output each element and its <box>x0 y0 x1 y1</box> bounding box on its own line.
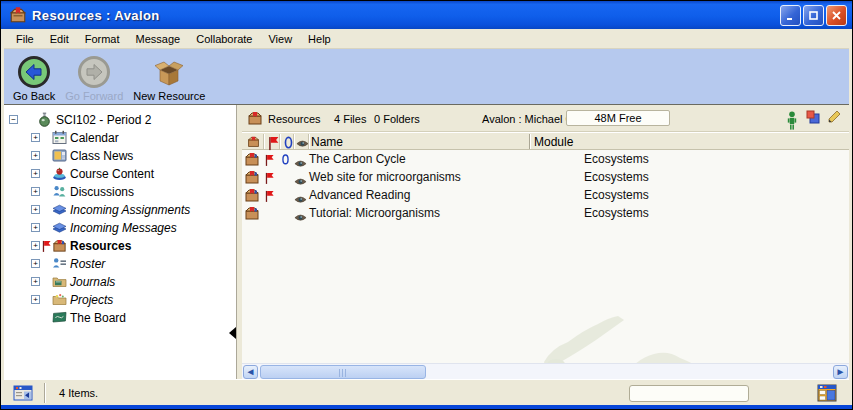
package-icon <box>247 110 263 126</box>
menu-help[interactable]: Help <box>300 31 339 47</box>
paperclip-icon <box>280 152 291 166</box>
eye-icon[interactable] <box>294 172 307 182</box>
tree-item-label[interactable]: SCI102 - Period 2 <box>56 113 151 127</box>
tree-item-calendar[interactable]: +Calendar <box>4 129 236 147</box>
file-row[interactable]: Web site for microorganismsEcosystems <box>242 168 849 186</box>
menu-view[interactable]: View <box>260 31 300 47</box>
tool-label: New Resource <box>133 90 205 102</box>
tree-item-label[interactable]: Roster <box>70 257 105 271</box>
package-icon <box>244 151 260 167</box>
tree-item-projects[interactable]: +Projects <box>4 291 236 309</box>
tree-item-label[interactable]: Projects <box>70 293 113 307</box>
panel-toggle-icon[interactable] <box>13 385 33 401</box>
tree-item-label[interactable]: Journals <box>70 275 115 289</box>
file-name[interactable]: Tutorial: Microorganisms <box>309 206 440 220</box>
minimize-button[interactable] <box>780 5 801 26</box>
package-column-icon[interactable] <box>247 135 260 148</box>
tree-item-sci102-period-2[interactable]: −SCI102 - Period 2 <box>4 111 236 129</box>
name-column-header[interactable]: Name <box>311 135 343 149</box>
tree-item-the-board[interactable]: The Board <box>4 309 236 327</box>
go-back-button[interactable]: Go Back <box>8 53 60 104</box>
go-forward-button[interactable]: Go Forward <box>60 53 128 104</box>
expand-icon[interactable]: + <box>31 205 40 214</box>
title-bar[interactable]: Resources : Avalon <box>1 1 852 29</box>
eye-icon[interactable] <box>294 208 307 218</box>
file-row[interactable]: Tutorial: MicroorganismsEcosystems <box>242 204 849 222</box>
tree-item-label[interactable]: Incoming Assignments <box>70 203 190 217</box>
collapse-icon[interactable]: − <box>9 115 18 124</box>
status-message-box <box>629 385 749 402</box>
scroll-right-icon[interactable]: ► <box>833 365 848 379</box>
resources-panel: Resources 4 Files 0 Folders Avalon : Mic… <box>242 105 849 379</box>
expand-icon[interactable]: + <box>31 277 40 286</box>
tree-item-label[interactable]: Class News <box>70 149 133 163</box>
expand-icon[interactable]: + <box>31 241 40 250</box>
module-column-header[interactable]: Module <box>534 135 573 149</box>
file-module: Ecosystems <box>584 206 649 220</box>
expand-icon[interactable]: + <box>31 133 40 142</box>
person-icon[interactable] <box>785 110 799 125</box>
menu-edit[interactable]: Edit <box>42 31 77 47</box>
layout-grid-icon[interactable] <box>817 384 837 402</box>
tree-item-label[interactable]: Calendar <box>70 131 119 145</box>
tree-item-label[interactable]: Incoming Messages <box>70 221 177 235</box>
flask-icon <box>37 112 52 127</box>
maximize-button[interactable] <box>803 5 824 26</box>
tree-item-class-news[interactable]: +Class News <box>4 147 236 165</box>
tree-item-journals[interactable]: +Journals <box>4 273 236 291</box>
file-row[interactable]: Advanced ReadingEcosystems <box>242 186 849 204</box>
tree-item-label[interactable]: Resources <box>70 239 131 253</box>
board-icon <box>52 310 67 325</box>
tree-item-label[interactable]: Course Content <box>70 167 154 181</box>
app-package-icon <box>9 6 27 24</box>
scrollbar-thumb[interactable] <box>260 365 426 379</box>
expand-icon[interactable]: + <box>31 169 40 178</box>
incoming-items-icon <box>52 220 67 235</box>
tree-item-discussions[interactable]: +Discussions <box>4 183 236 201</box>
expand-icon[interactable]: + <box>31 295 40 304</box>
go-back-icon <box>17 55 51 89</box>
expand-icon[interactable]: + <box>31 223 40 232</box>
tree-item-incoming-assignments[interactable]: +Incoming Assignments <box>4 201 236 219</box>
tree-item-incoming-messages[interactable]: +Incoming Messages <box>4 219 236 237</box>
tree-item-roster[interactable]: +Roster <box>4 255 236 273</box>
window-border-bottom <box>1 405 852 409</box>
file-name[interactable]: Advanced Reading <box>309 188 410 202</box>
tree: −SCI102 - Period 2+Calendar+Class News+C… <box>4 105 236 327</box>
new-resource-button[interactable]: New Resource <box>128 53 210 104</box>
header-folders-count: 0 Folders <box>374 113 420 125</box>
close-button[interactable] <box>826 5 847 26</box>
tree-item-course-content[interactable]: +Course Content <box>4 165 236 183</box>
file-name[interactable]: Web site for microorganisms <box>309 170 461 184</box>
expand-icon[interactable]: + <box>31 151 40 160</box>
package-icon <box>52 238 67 253</box>
panel-splitter[interactable] <box>238 105 242 379</box>
header-actions <box>785 110 841 125</box>
menu-format[interactable]: Format <box>77 31 128 47</box>
expand-icon[interactable]: + <box>31 259 40 268</box>
menu-file[interactable]: File <box>8 31 42 47</box>
file-name[interactable]: The Carbon Cycle <box>309 152 406 166</box>
flag-icon <box>264 153 275 166</box>
window-title: Resources : Avalon <box>32 8 780 23</box>
expand-icon[interactable]: + <box>31 187 40 196</box>
status-separator <box>44 383 45 403</box>
tree-item-label[interactable]: The Board <box>70 311 126 325</box>
copy-icon[interactable] <box>806 110 820 125</box>
scroll-left-icon[interactable]: ◄ <box>243 365 258 379</box>
header-title: Resources <box>268 113 321 125</box>
pencil-icon[interactable] <box>827 110 841 125</box>
menu-bar: FileEditFormatMessageCollaborateViewHelp <box>4 29 849 49</box>
menu-message[interactable]: Message <box>128 31 189 47</box>
resources-header-bar: Resources 4 Files 0 Folders Avalon : Mic… <box>242 105 849 132</box>
tree-item-resources[interactable]: +Resources <box>4 237 236 255</box>
file-row[interactable]: The Carbon CycleEcosystems <box>242 150 849 168</box>
splitter-collapse-icon[interactable] <box>229 327 236 339</box>
incoming-items-icon <box>52 202 67 217</box>
eye-icon[interactable] <box>294 154 307 164</box>
eye-icon[interactable] <box>294 190 307 200</box>
horizontal-scrollbar[interactable]: ◄ ► <box>242 363 849 379</box>
tree-item-label[interactable]: Discussions <box>70 185 134 199</box>
menu-collaborate[interactable]: Collaborate <box>188 31 260 47</box>
package-icon <box>244 187 260 203</box>
